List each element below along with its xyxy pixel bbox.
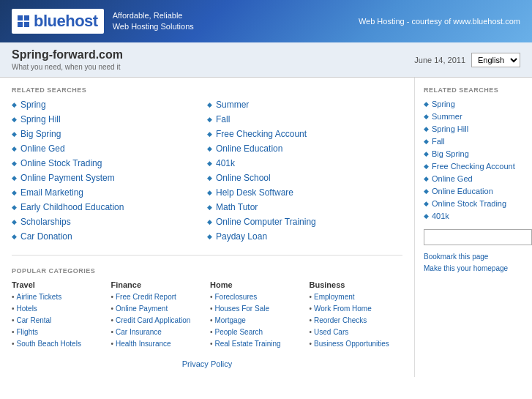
category-link[interactable]: Foreclosures bbox=[215, 292, 258, 302]
search-link[interactable]: Big Spring bbox=[20, 129, 61, 139]
search-link[interactable]: Online Education bbox=[216, 143, 282, 154]
category-link[interactable]: Car Rental bbox=[17, 316, 52, 325]
search-link[interactable]: Online Payment System bbox=[20, 173, 115, 183]
list-item: •Hotels bbox=[12, 304, 105, 313]
category-link[interactable]: Business Opportunities bbox=[314, 339, 389, 348]
search-link[interactable]: Spring bbox=[20, 100, 46, 110]
make-homepage-link[interactable]: Make this your homepage bbox=[424, 264, 508, 272]
search-link[interactable]: Help Desk Software bbox=[216, 187, 293, 198]
right-search-link[interactable]: Online Education bbox=[432, 187, 493, 195]
main-content: RELATED SEARCHES ◆Spring ◆Spring Hill ◆B… bbox=[0, 78, 532, 377]
category-link[interactable]: Online Payment bbox=[116, 304, 168, 313]
list-item: ◆Payday Loan bbox=[207, 231, 402, 242]
list-item: ◆Online Stock Trading bbox=[12, 158, 207, 168]
right-search-link[interactable]: 401k bbox=[432, 212, 449, 220]
right-sidebar: RELATED SEARCHES ◆Spring ◆Summer ◆Spring… bbox=[415, 78, 532, 377]
search-input[interactable] bbox=[424, 229, 532, 245]
list-item: ◆Spring Hill bbox=[12, 114, 207, 124]
header: bluehost Affordable, Reliable Web Hostin… bbox=[0, 0, 532, 42]
privacy-link[interactable]: Privacy Policy bbox=[182, 359, 232, 368]
list-item: •Employment bbox=[310, 292, 403, 302]
search-box-row: Search bbox=[424, 229, 523, 245]
diamond-icon: ◆ bbox=[12, 189, 17, 196]
bullet-icon: • bbox=[210, 340, 213, 348]
category-link[interactable]: Car Insurance bbox=[116, 327, 162, 337]
right-related-searches-label: RELATED SEARCHES bbox=[424, 86, 523, 94]
right-search-link[interactable]: Fall bbox=[432, 137, 445, 146]
right-search-link[interactable]: Spring bbox=[432, 100, 455, 108]
search-link[interactable]: Summer bbox=[216, 100, 249, 110]
bullet-icon: • bbox=[310, 293, 312, 301]
search-link[interactable]: Math Tutor bbox=[216, 202, 258, 212]
search-link[interactable]: Online School bbox=[216, 173, 271, 183]
diamond-icon: ◆ bbox=[207, 160, 212, 167]
bullet-icon: • bbox=[12, 316, 15, 324]
search-link[interactable]: Online Stock Trading bbox=[20, 158, 102, 168]
search-link[interactable]: Online Ged bbox=[20, 143, 65, 154]
list-item: ◆Email Marketing bbox=[12, 187, 207, 198]
right-search-link[interactable]: Online Ged bbox=[432, 174, 473, 183]
list-item: ◆401k bbox=[207, 158, 402, 168]
search-link[interactable]: Free Checking Account bbox=[216, 129, 307, 139]
search-link[interactable]: Scholarships bbox=[20, 217, 71, 227]
list-item: ◆401k bbox=[424, 212, 523, 220]
search-link[interactable]: Online Computer Training bbox=[216, 217, 316, 227]
diamond-icon: ◆ bbox=[207, 204, 212, 211]
related-searches-label: RELATED SEARCHES bbox=[12, 86, 402, 94]
category-link[interactable]: Airline Tickets bbox=[17, 292, 62, 302]
diamond-icon: ◆ bbox=[207, 116, 212, 123]
category-link[interactable]: Used Cars bbox=[314, 327, 348, 337]
diamond-icon: ◆ bbox=[424, 187, 429, 195]
search-link[interactable]: Fall bbox=[216, 114, 230, 124]
category-link[interactable]: Flights bbox=[17, 327, 38, 337]
list-item: ◆Online Ged bbox=[12, 143, 207, 154]
right-search-link[interactable]: Online Stock Trading bbox=[432, 199, 506, 208]
search-link[interactable]: Payday Loan bbox=[216, 231, 267, 242]
category-link[interactable]: Work From Home bbox=[314, 304, 372, 313]
category-link[interactable]: Free Credit Report bbox=[116, 292, 176, 302]
list-item: ◆Spring bbox=[424, 100, 523, 108]
search-link[interactable]: Spring Hill bbox=[20, 114, 61, 124]
diamond-icon: ◆ bbox=[12, 218, 17, 225]
list-item: •Foreclosures bbox=[210, 292, 304, 302]
bullet-icon: • bbox=[111, 305, 114, 313]
bookmark-page-link[interactable]: Bookmark this page bbox=[424, 253, 488, 261]
popular-categories-label: POPULAR CATEGORIES bbox=[12, 267, 402, 275]
site-date: June 14, 2011 bbox=[414, 56, 465, 64]
search-link[interactable]: Early Childhood Education bbox=[20, 202, 124, 212]
search-links-grid: ◆Spring ◆Spring Hill ◆Big Spring ◆Online… bbox=[12, 100, 402, 256]
category-link[interactable]: Mortgage bbox=[215, 316, 246, 325]
right-search-link[interactable]: Spring Hill bbox=[432, 124, 468, 133]
category-link[interactable]: Hotels bbox=[17, 304, 37, 313]
language-select[interactable]: English bbox=[471, 53, 520, 67]
category-link[interactable]: Employment bbox=[314, 292, 355, 302]
list-item: ◆Car Donation bbox=[12, 231, 207, 242]
business-list: •Employment •Work From Home •Reorder Che… bbox=[310, 292, 403, 348]
popular-categories: POPULAR CATEGORIES Travel •Airline Ticke… bbox=[12, 267, 402, 368]
search-col-2: ◆Summer ◆Fall ◆Free Checking Account ◆On… bbox=[207, 100, 402, 246]
search-link[interactable]: 401k bbox=[216, 158, 235, 168]
diamond-icon: ◆ bbox=[207, 174, 212, 182]
category-link[interactable]: Credit Card Application bbox=[116, 316, 190, 325]
list-item: ◆Online Stock Trading bbox=[424, 199, 523, 208]
list-item: ◆Summer bbox=[424, 112, 523, 121]
right-links-list: ◆Spring ◆Summer ◆Spring Hill ◆Fall ◆Big … bbox=[424, 100, 523, 220]
search-link[interactable]: Email Marketing bbox=[20, 187, 83, 198]
search-link[interactable]: Car Donation bbox=[20, 231, 72, 242]
category-link[interactable]: Health Insurance bbox=[116, 339, 171, 348]
diamond-icon: ◆ bbox=[12, 130, 17, 138]
category-link[interactable]: Reorder Checks bbox=[314, 316, 367, 325]
list-item: •Business Opportunities bbox=[310, 339, 403, 348]
category-link[interactable]: South Beach Hotels bbox=[17, 339, 81, 348]
right-search-link[interactable]: Free Checking Account bbox=[432, 162, 515, 171]
bullet-icon: • bbox=[111, 316, 114, 324]
category-link[interactable]: People Search bbox=[215, 327, 263, 337]
category-link[interactable]: Houses For Sale bbox=[215, 304, 269, 313]
list-item: •Real Estate Training bbox=[210, 339, 304, 348]
right-search-link[interactable]: Summer bbox=[432, 112, 462, 121]
category-link[interactable]: Real Estate Training bbox=[215, 339, 281, 348]
diamond-icon: ◆ bbox=[207, 101, 212, 108]
right-search-link[interactable]: Big Spring bbox=[432, 149, 469, 158]
diamond-icon: ◆ bbox=[424, 163, 429, 170]
diamond-icon: ◆ bbox=[424, 150, 429, 157]
